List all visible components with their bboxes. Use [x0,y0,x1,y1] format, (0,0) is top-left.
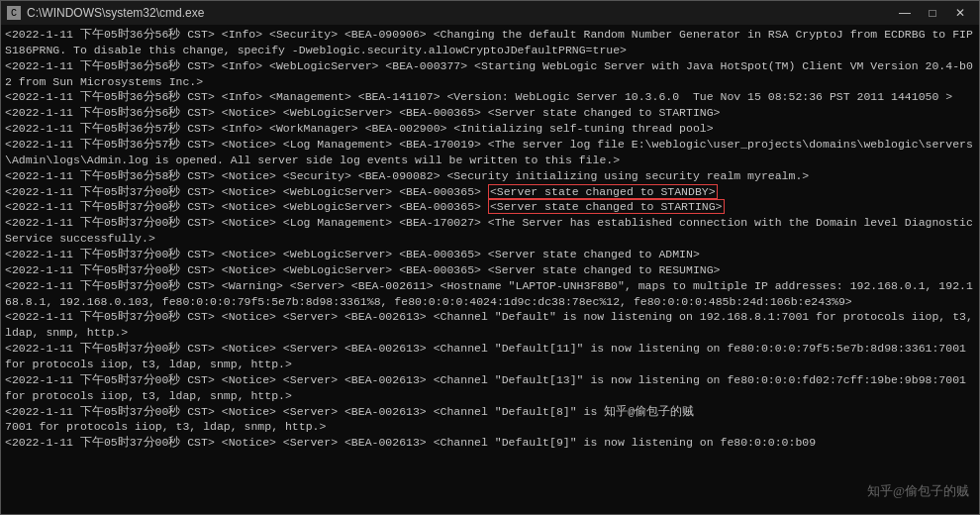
close-button[interactable]: ✕ [947,4,973,22]
cmd-icon: C [7,6,21,20]
title-bar-left: C C:\WINDOWS\system32\cmd.exe [7,6,204,20]
watermark: 知乎@偷包子的贼 [867,482,969,500]
log-line: <2022-1-11 下午05时36分56秒 CST> <Info> <Secu… [5,27,975,58]
log-line: <2022-1-11 下午05时36分57秒 CST> <Info> <Work… [5,121,975,137]
log-line: <2022-1-11 下午05时37分00秒 CST> <Notice> <We… [5,199,975,215]
log-line: <2022-1-11 下午05时37分00秒 CST> <Notice> <Se… [5,341,975,372]
highlighted-text: <Server state changed to STANDBY> [488,184,718,199]
highlighted-text: <Server state changed to STARTING> [488,199,725,214]
log-line: <2022-1-11 下午05时36分58秒 CST> <Notice> <Se… [5,168,975,184]
log-line: <2022-1-11 下午05时37分00秒 CST> <Warning> <S… [5,278,975,310]
log-line: <2022-1-11 下午05时37分00秒 CST> <Notice> <Se… [5,309,975,341]
log-line: <2022-1-11 下午05时37分00秒 CST> <Notice> <We… [5,247,975,262]
log-line: <2022-1-11 下午05时36分57秒 CST> <Notice> <Lo… [5,137,975,168]
maximize-button[interactable]: □ [920,4,945,22]
log-lines: <2022-1-11 下午05时36分56秒 CST> <Info> <Secu… [5,27,975,451]
log-line: 7001 for protocols iiop, t3, ldap, snmp,… [5,419,975,435]
cmd-window: C C:\WINDOWS\system32\cmd.exe — □ ✕ <202… [0,0,980,515]
log-line: <2022-1-11 下午05时36分56秒 CST> <Info> <WebL… [5,58,975,90]
log-line: <2022-1-11 下午05时36分56秒 CST> <Info> <Mana… [5,89,975,105]
log-line: <2022-1-11 下午05时37分00秒 CST> <Notice> <Lo… [5,215,975,247]
title-bar-text: C:\WINDOWS\system32\cmd.exe [27,6,204,20]
log-line: <2022-1-11 下午05时37分00秒 CST> <Notice> <We… [5,262,975,278]
log-line: <2022-1-11 下午05时37分00秒 CST> <Notice> <Se… [5,404,975,420]
log-line: <2022-1-11 下午05时36分56秒 CST> <Notice> <We… [5,105,975,121]
terminal-output: <2022-1-11 下午05时36分56秒 CST> <Info> <Secu… [1,25,979,514]
title-bar: C C:\WINDOWS\system32\cmd.exe — □ ✕ [1,1,979,25]
title-bar-controls: — □ ✕ [892,4,973,22]
minimize-button[interactable]: — [892,4,918,22]
log-line: <2022-1-11 下午05时37分00秒 CST> <Notice> <Se… [5,435,975,451]
log-line: <2022-1-11 下午05时37分00秒 CST> <Notice> <Se… [5,372,975,404]
log-line: <2022-1-11 下午05时37分00秒 CST> <Notice> <We… [5,184,975,200]
